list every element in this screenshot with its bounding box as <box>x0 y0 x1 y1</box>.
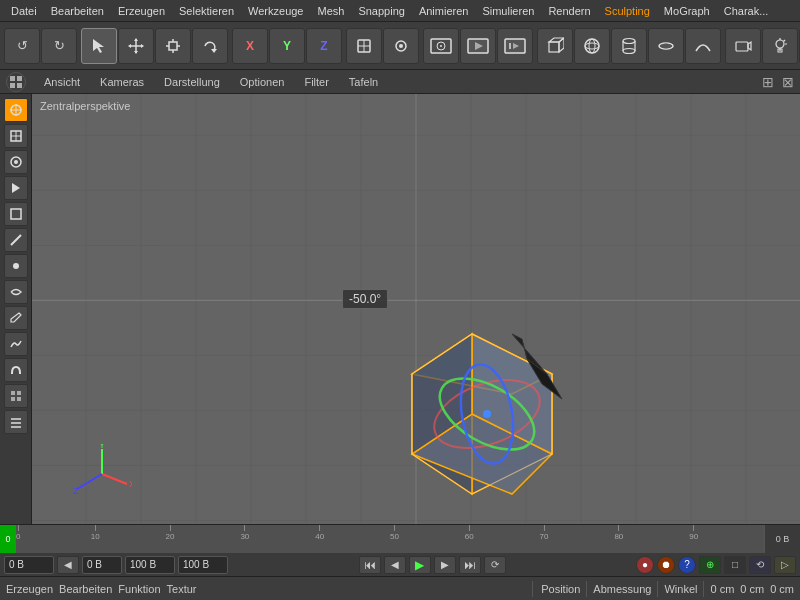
redo-button[interactable]: ↻ <box>41 28 77 64</box>
frame-zero-marker: 0 <box>0 525 16 553</box>
move-tool-button[interactable] <box>118 28 154 64</box>
sidebar-point-tool[interactable] <box>4 254 28 278</box>
frame-input[interactable] <box>4 556 54 574</box>
sidebar-paint-tool[interactable] <box>4 306 28 330</box>
darstellung-tab[interactable]: Darstellung <box>156 74 228 90</box>
filter-tab[interactable]: Filter <box>296 74 336 90</box>
svg-point-94 <box>483 410 491 418</box>
skip-end-btn[interactable]: ⏭ <box>459 556 481 574</box>
sidebar-magnet-tool[interactable] <box>4 358 28 382</box>
viewport-mode-icon[interactable] <box>6 72 26 92</box>
coord-z: 0 cm <box>770 583 794 595</box>
sidebar-scale-tool[interactable] <box>4 150 28 174</box>
svg-rect-37 <box>736 42 748 51</box>
rotation-tooltip: -50.0° <box>342 289 388 309</box>
axis-y-button[interactable]: Y <box>269 28 305 64</box>
menu-charak[interactable]: Charak... <box>717 3 776 19</box>
sphere-tool-button[interactable] <box>574 28 610 64</box>
menu-mograph[interactable]: MoGraph <box>657 3 717 19</box>
snap-button[interactable] <box>383 28 419 64</box>
viewport-toolbar: Ansicht Kameras Darstellung Optionen Fil… <box>0 70 800 94</box>
help-btn[interactable]: ? <box>678 556 696 574</box>
view-tab[interactable]: Ansicht <box>36 74 88 90</box>
status-separator <box>532 581 533 597</box>
tafeln-tab[interactable]: Tafeln <box>341 74 386 90</box>
status-bearbeiten[interactable]: Bearbeiten <box>59 583 112 595</box>
render-btn2[interactable]: ⟲ <box>749 556 771 574</box>
sidebar-grid-tool[interactable] <box>4 384 28 408</box>
svg-rect-49 <box>17 76 22 81</box>
expand-icon[interactable]: ⊞ <box>762 74 774 90</box>
right-status: Position Abmessung Winkel 0 cm 0 cm 0 cm <box>541 581 794 597</box>
menu-erzeugen[interactable]: Erzeugen <box>111 3 172 19</box>
svg-point-36 <box>662 44 670 47</box>
menu-selektieren[interactable]: Selektieren <box>172 3 241 19</box>
minus-btn[interactable]: ◀ <box>57 556 79 574</box>
scene-object <box>392 304 592 506</box>
cylinder-tool-button[interactable] <box>611 28 647 64</box>
menu-animieren[interactable]: Animieren <box>412 3 476 19</box>
menu-werkzeuge[interactable]: Werkzeuge <box>241 3 310 19</box>
frame4-input[interactable] <box>178 556 228 574</box>
rotate-tool-button[interactable] <box>192 28 228 64</box>
svg-point-63 <box>13 263 19 269</box>
next-frame-btn[interactable]: ▶ <box>434 556 456 574</box>
render-button[interactable] <box>460 28 496 64</box>
menu-snapping[interactable]: Snapping <box>351 3 412 19</box>
svg-rect-51 <box>17 83 22 88</box>
sidebar-smooth-tool[interactable] <box>4 332 28 356</box>
render-preview-button[interactable] <box>423 28 459 64</box>
sidebar-move-tool[interactable] <box>4 124 28 148</box>
frame3-input[interactable] <box>125 556 175 574</box>
viewport[interactable]: Zentralperspektive -50.0° X Y Z <box>32 94 800 524</box>
cameras-tab[interactable]: Kameras <box>92 74 152 90</box>
menu-sculpting[interactable]: Sculpting <box>598 3 657 19</box>
timeline-track[interactable]: 0102030405060708090100 const track = doc… <box>16 525 764 553</box>
menu-datei[interactable]: Datei <box>4 3 44 19</box>
left-sidebar <box>0 94 32 524</box>
axis-x-button[interactable]: X <box>232 28 268 64</box>
axis-z-button[interactable]: Z <box>306 28 342 64</box>
maximize-icon[interactable]: ⊠ <box>782 74 794 90</box>
coord-system-button[interactable] <box>346 28 382 64</box>
menu-bearbeiten[interactable]: Bearbeiten <box>44 3 111 19</box>
loop-btn[interactable]: ⟳ <box>484 556 506 574</box>
frame2-input[interactable] <box>82 556 122 574</box>
svg-point-29 <box>585 43 599 49</box>
svg-point-30 <box>589 39 595 53</box>
bottom-controls: ◀ ⏮ ◀ ▶ ▶ ⏭ ⟳ ● ⏺ ? ⊕ □ ⟲ ▷ <box>0 552 800 576</box>
sidebar-cursor-tool[interactable] <box>4 98 28 122</box>
status-funktion[interactable]: Funktion <box>118 583 160 595</box>
prev-frame-btn[interactable]: ◀ <box>384 556 406 574</box>
svg-point-32 <box>623 48 635 53</box>
light-tool-button[interactable] <box>762 28 798 64</box>
status-winkel: Winkel <box>664 583 697 595</box>
play-btn[interactable]: ▶ <box>409 556 431 574</box>
auto-key-btn[interactable]: ⏺ <box>657 556 675 574</box>
status-erzeugen[interactable]: Erzeugen <box>6 583 53 595</box>
optionen-tab[interactable]: Optionen <box>232 74 293 90</box>
sidebar-flatten-tool[interactable] <box>4 410 28 434</box>
skip-start-btn[interactable]: ⏮ <box>359 556 381 574</box>
menu-rendern[interactable]: Rendern <box>541 3 597 19</box>
camera-tool-button[interactable] <box>725 28 761 64</box>
torus-tool-button[interactable] <box>648 28 684 64</box>
render-all-button[interactable] <box>497 28 533 64</box>
render-btn3[interactable]: ▷ <box>774 556 796 574</box>
sidebar-poly-tool[interactable] <box>4 202 28 226</box>
menu-mesh[interactable]: Mesh <box>310 3 351 19</box>
menu-simulieren[interactable]: Simulieren <box>475 3 541 19</box>
sidebar-loop-tool[interactable] <box>4 280 28 304</box>
sidebar-edge-tool[interactable] <box>4 228 28 252</box>
curve-tool-button[interactable] <box>685 28 721 64</box>
status-textur[interactable]: Textur <box>167 583 197 595</box>
scale-tool-button[interactable] <box>155 28 191 64</box>
motion-btn[interactable]: ⊕ <box>699 556 721 574</box>
select-tool-button[interactable] <box>81 28 117 64</box>
undo-button[interactable]: ↺ <box>4 28 40 64</box>
coord-x: 0 cm <box>710 583 734 595</box>
sidebar-rotate-tool[interactable] <box>4 176 28 200</box>
cube-tool-button[interactable] <box>537 28 573 64</box>
record-btn[interactable]: ● <box>636 556 654 574</box>
render-region-btn[interactable]: □ <box>724 556 746 574</box>
